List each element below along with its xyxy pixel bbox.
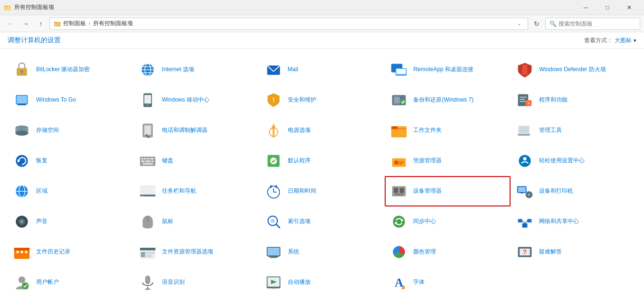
search-wrapper[interactable]: 🔍: [545, 18, 640, 30]
refresh-button[interactable]: ↻: [530, 17, 543, 30]
address-input-wrapper[interactable]: 控制面板 › 所有控制面板项 ⌄: [49, 18, 528, 30]
search-icon: 🔍: [549, 20, 557, 27]
address-bar: ← → ↑ 控制面板 › 所有控制面板项 ⌄ ↻ 🔍: [0, 15, 644, 32]
defaults-label: 默认程序: [288, 157, 311, 165]
filehistory-label: 文件历史记录: [36, 248, 70, 256]
control-item-mouse[interactable]: 鼠标: [133, 206, 259, 237]
control-item-backup[interactable]: 备份和还原(Windows 7): [385, 85, 511, 115]
maximize-button[interactable]: □: [597, 0, 618, 15]
control-item-troubleshoot[interactable]: ?疑难解答: [511, 237, 636, 267]
credential-icon: [389, 151, 408, 170]
control-item-datetime[interactable]: 日期和时间: [259, 176, 385, 206]
svg-rect-73: [270, 185, 272, 187]
keyboard-icon: [138, 151, 157, 170]
control-item-network[interactable]: 网络和共享中心: [511, 206, 636, 237]
minimize-button[interactable]: ─: [575, 0, 597, 15]
control-item-bitlocker[interactable]: BitLocker 驱动器加密: [8, 55, 133, 85]
control-item-security[interactable]: !安全和维护: [259, 85, 385, 115]
path-part-2: 所有控制面板项: [93, 20, 133, 27]
control-item-fileexplorer[interactable]: 文件资源管理器选项: [133, 237, 259, 267]
mail-label: Mail: [288, 66, 298, 74]
control-item-power[interactable]: 电源选项: [259, 115, 385, 146]
folder-icon: [4, 4, 11, 11]
control-item-ease[interactable]: 轻松使用设置中心: [511, 146, 636, 176]
svg-rect-107: [146, 252, 154, 254]
svg-rect-19: [144, 95, 151, 103]
control-item-recovery[interactable]: 恢复: [8, 146, 133, 176]
useraccount-label: 用户帐户: [36, 279, 59, 286]
programs-label: 程序和功能: [539, 96, 568, 104]
svg-rect-74: [275, 185, 277, 187]
control-item-region[interactable]: 区域: [8, 176, 133, 206]
svg-point-91: [393, 215, 405, 227]
address-path: 控制面板 › 所有控制面板项: [63, 19, 512, 28]
svg-text:?: ?: [523, 248, 527, 256]
view-value[interactable]: 大图标: [615, 37, 632, 45]
region-icon: [12, 182, 31, 201]
control-item-remoteapp[interactable]: RemoteApp 和桌面连接: [385, 55, 511, 85]
svg-point-62: [519, 155, 531, 167]
troubleshoot-label: 疑难解答: [539, 248, 562, 256]
address-dropdown-button[interactable]: ⌄: [514, 19, 524, 28]
svg-point-90: [270, 219, 275, 223]
control-item-mail[interactable]: Mail: [259, 55, 385, 85]
control-item-speech[interactable]: 语音识别: [133, 267, 259, 297]
font-label: 字体: [413, 279, 425, 286]
control-item-autoplay[interactable]: 自动播放: [259, 267, 385, 297]
control-item-workfolder[interactable]: 工作文件夹: [385, 115, 511, 146]
control-item-sound[interactable]: 声音: [8, 206, 133, 237]
control-item-sync[interactable]: 同步中心: [385, 206, 511, 237]
system-label: 系统: [288, 248, 299, 256]
indexing-icon: [264, 212, 283, 231]
title-bar-left: 所有控制面板项: [4, 3, 54, 11]
control-item-admintools[interactable]: 管理工具: [511, 115, 636, 146]
svg-rect-49: [144, 158, 147, 160]
svg-rect-110: [267, 248, 279, 255]
control-item-programs[interactable]: +程序和功能: [511, 85, 636, 115]
svg-rect-14: [522, 65, 528, 75]
view-dropdown-button[interactable]: ▾: [634, 37, 636, 44]
control-item-credential[interactable]: 凭据管理器: [385, 146, 511, 176]
up-button[interactable]: ↑: [34, 17, 47, 30]
control-item-taskbar[interactable]: 任务栏和导航: [133, 176, 259, 206]
svg-rect-77: [400, 188, 404, 193]
control-item-devicemgr[interactable]: 设备管理器: [385, 176, 511, 206]
search-input[interactable]: [559, 20, 636, 27]
control-item-indexing[interactable]: 索引选项: [259, 206, 385, 237]
svg-rect-106: [141, 252, 145, 257]
control-item-storage[interactable]: 存储空间: [8, 115, 133, 146]
back-button[interactable]: ←: [4, 17, 17, 30]
svg-rect-16: [17, 96, 27, 103]
devicemgr-icon: [389, 182, 408, 201]
control-item-windowstogo[interactable]: Windows To Go: [8, 85, 133, 115]
control-item-phone[interactable]: 📞电话和调制解调器: [133, 115, 259, 146]
control-item-defender[interactable]: Windows Defender 防火墙: [511, 55, 636, 85]
control-item-color[interactable]: 颜色管理: [385, 237, 511, 267]
control-item-keyboard[interactable]: 键盘: [133, 146, 259, 176]
taskbar-icon: [138, 182, 157, 201]
svg-rect-26: [520, 97, 526, 98]
svg-text:a: a: [402, 283, 405, 290]
control-item-devices[interactable]: 设备和打印机: [511, 176, 636, 206]
region-label: 区域: [36, 187, 47, 195]
forward-button[interactable]: →: [19, 17, 32, 30]
phone-label: 电话和调制解调器: [162, 127, 208, 134]
internet-label: Internet 选项: [162, 66, 194, 74]
close-button[interactable]: ✕: [618, 0, 640, 15]
autoplay-label: 自动播放: [288, 279, 311, 286]
svg-rect-80: [518, 187, 526, 192]
control-item-font[interactable]: Aa字体: [385, 267, 511, 297]
control-item-system[interactable]: 系统: [259, 237, 385, 267]
svg-point-3: [20, 70, 23, 73]
control-item-useraccount[interactable]: 用户帐户: [8, 267, 133, 297]
svg-rect-55: [142, 163, 153, 165]
sub-header: 调整计算机的设置 查看方式： 大图标 ▾: [0, 32, 644, 49]
title-bar-controls: ─ □ ✕: [575, 0, 640, 15]
control-item-internet[interactable]: Internet 选项: [133, 55, 259, 85]
power-icon: [264, 121, 283, 140]
control-item-mobilecenter[interactable]: Windows 移动中心: [133, 85, 259, 115]
control-item-defaults[interactable]: 默认程序: [259, 146, 385, 176]
svg-rect-43: [519, 126, 530, 133]
control-item-filehistory[interactable]: 文件历史记录: [8, 237, 133, 267]
svg-rect-81: [521, 192, 523, 194]
